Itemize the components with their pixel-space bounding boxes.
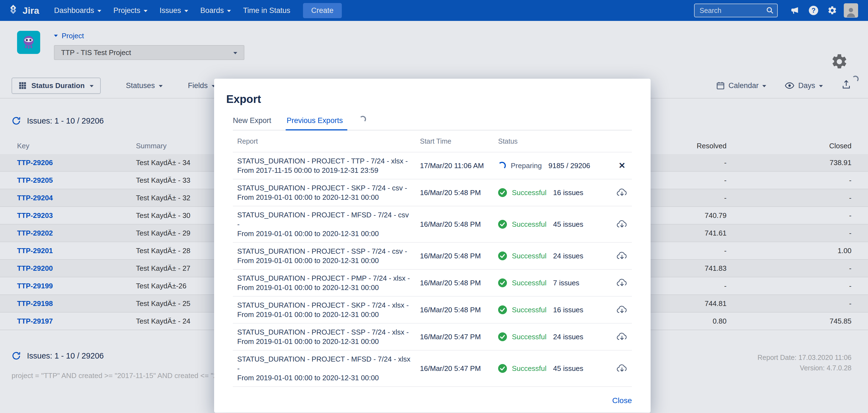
success-check-icon [498, 306, 507, 314]
export-start-time: 16/Mar/20 5:48 PM [420, 279, 498, 287]
app-window: Jira Dashboards Projects Issues Boards T… [0, 0, 868, 413]
export-action: ✕ [612, 220, 632, 229]
export-report-line2: From 2017-11-15 00:00 to 2019-12-31 23:5… [237, 166, 412, 175]
export-row: STATUS_DURATION - PROJECT - PMP - 7/24 -… [233, 269, 632, 296]
export-status-detail: 16 issues [553, 306, 583, 314]
download-cloud-icon[interactable] [616, 305, 627, 315]
export-start-time: 16/Mar/20 5:47 PM [420, 364, 498, 373]
export-action: ✕ [612, 364, 632, 373]
export-row: STATUS_DURATION - PROJECT - SKP - 7/24 -… [233, 180, 632, 206]
loading-spinner [360, 116, 366, 122]
export-report-line2: From 2019-01-01 00:00 to 2020-12-31 00:0… [237, 193, 412, 202]
export-status-detail: 7 issues [553, 279, 579, 287]
export-start-time: 17/Mar/20 11:06 AM [420, 161, 498, 170]
export-report-line1: STATUS_DURATION - PROJECT - SSP - 7/24 -… [237, 247, 412, 256]
export-status-text: Successful [512, 306, 547, 314]
export-report-line1: STATUS_DURATION - PROJECT - PMP - 7/24 -… [237, 274, 412, 283]
export-status-cell: Successful 7 issues [498, 279, 612, 287]
export-report-name: STATUS_DURATION - PROJECT - SKP - 7/24 -… [233, 180, 420, 206]
export-report-name: STATUS_DURATION - PROJECT - SKP - 7/24 -… [233, 296, 420, 323]
export-status-text: Successful [512, 189, 547, 197]
export-status-text: Preparing [511, 161, 542, 170]
preparing-spinner [498, 162, 506, 169]
download-cloud-icon[interactable] [616, 278, 627, 288]
export-status-cell: Successful 16 issues [498, 306, 612, 314]
export-row: STATUS_DURATION - PROJECT - SKP - 7/24 -… [233, 296, 632, 324]
exports-table-body: STATUS_DURATION - PROJECT - TTP - 7/24 -… [233, 153, 632, 387]
export-report-line1: STATUS_DURATION - PROJECT - MFSD - 7/24 … [237, 210, 412, 229]
export-action: ✕ [612, 305, 632, 315]
close-dialog-link[interactable]: Close [612, 396, 632, 405]
export-status-text: Successful [512, 364, 547, 373]
tab-previous-exports[interactable]: Previous Exports [287, 117, 343, 125]
export-report-line1: STATUS_DURATION - PROJECT - SKP - 7/24 -… [237, 183, 412, 193]
export-action: ✕ [612, 188, 632, 197]
export-row: STATUS_DURATION - PROJECT - MFSD - 7/24 … [233, 206, 632, 243]
export-action: ✕ [612, 161, 632, 170]
export-report-name: STATUS_DURATION - PROJECT - TTP - 7/24 -… [233, 153, 420, 179]
export-status-cell: Successful 45 issues [498, 220, 612, 229]
export-status-detail: 16 issues [553, 189, 583, 197]
column-report: Report [233, 137, 420, 145]
dialog-title: Export [226, 93, 651, 105]
export-action: ✕ [612, 251, 632, 260]
column-status: Status [498, 137, 612, 145]
export-start-time: 16/Mar/20 5:48 PM [420, 252, 498, 260]
column-start-time: Start Time [420, 137, 498, 145]
export-tabs: New Export Previous Exports [233, 117, 632, 130]
download-cloud-icon[interactable] [616, 188, 627, 197]
success-check-icon [498, 279, 507, 287]
export-status-cell: Preparing 9185 / 29206 [498, 161, 612, 170]
export-status-cell: Successful 16 issues [498, 188, 612, 197]
export-status-detail: 9185 / 29206 [549, 161, 590, 170]
export-status-text: Successful [512, 252, 547, 260]
export-status-detail: 24 issues [553, 332, 583, 341]
export-start-time: 16/Mar/20 5:48 PM [420, 189, 498, 197]
export-report-name: STATUS_DURATION - PROJECT - SSP - 7/24 -… [233, 324, 420, 350]
export-report-line1: STATUS_DURATION - PROJECT - SKP - 7/24 -… [237, 300, 412, 310]
export-row: STATUS_DURATION - PROJECT - SSP - 7/24 -… [233, 243, 632, 269]
export-report-line2: From 2019-01-01 00:00 to 2020-12-31 00:0… [237, 256, 412, 265]
export-report-name: STATUS_DURATION - PROJECT - MFSD - 7/24 … [233, 351, 420, 386]
export-action: ✕ [612, 332, 632, 342]
export-report-line2: From 2019-01-01 00:00 to 2020-12-31 00:0… [237, 337, 412, 346]
download-cloud-icon[interactable] [616, 332, 627, 342]
tab-new-export[interactable]: New Export [233, 117, 271, 125]
export-report-line2: From 2019-01-01 00:00 to 2020-12-31 00:0… [237, 283, 412, 292]
export-status-text: Successful [512, 220, 547, 229]
export-status-detail: 24 issues [553, 252, 583, 260]
export-status-detail: 45 issues [553, 220, 583, 229]
export-status-text: Successful [512, 332, 547, 341]
download-cloud-icon[interactable] [616, 364, 627, 373]
export-status-text: Successful [512, 279, 547, 287]
export-start-time: 16/Mar/20 5:48 PM [420, 220, 498, 229]
export-report-name: STATUS_DURATION - PROJECT - SSP - 7/24 -… [233, 243, 420, 269]
export-row: STATUS_DURATION - PROJECT - MFSD - 7/24 … [233, 351, 632, 387]
success-check-icon [498, 220, 507, 229]
download-cloud-icon[interactable] [616, 251, 627, 260]
success-check-icon [498, 332, 507, 341]
export-status-cell: Successful 24 issues [498, 332, 612, 341]
export-report-line1: STATUS_DURATION - PROJECT - SSP - 7/24 -… [237, 327, 412, 337]
cancel-export-icon[interactable]: ✕ [618, 161, 625, 170]
export-start-time: 16/Mar/20 5:48 PM [420, 306, 498, 314]
export-report-name: STATUS_DURATION - PROJECT - PMP - 7/24 -… [233, 269, 420, 296]
export-status-cell: Successful 24 issues [498, 252, 612, 260]
export-dialog: Export New Export Previous Exports Repor… [214, 79, 651, 413]
exports-table-header: Report Start Time Status [233, 130, 632, 153]
success-check-icon [498, 364, 507, 373]
download-cloud-icon[interactable] [616, 220, 627, 229]
export-report-line1: STATUS_DURATION - PROJECT - TTP - 7/24 -… [237, 156, 412, 166]
export-status-cell: Successful 45 issues [498, 364, 612, 373]
export-report-line2: From 2019-01-01 00:00 to 2020-12-31 00:0… [237, 373, 412, 382]
export-status-detail: 45 issues [553, 364, 583, 373]
exports-table: Report Start Time Status STATUS_DURATION… [233, 130, 632, 387]
export-action: ✕ [612, 278, 632, 288]
export-report-line2: From 2019-01-01 00:00 to 2020-12-31 00:0… [237, 229, 412, 238]
success-check-icon [498, 188, 507, 197]
success-check-icon [498, 252, 507, 260]
export-report-name: STATUS_DURATION - PROJECT - MFSD - 7/24 … [233, 206, 420, 242]
export-row: STATUS_DURATION - PROJECT - SSP - 7/24 -… [233, 324, 632, 351]
export-report-line2: From 2019-01-01 00:00 to 2020-12-31 00:0… [237, 310, 412, 319]
export-start-time: 16/Mar/20 5:47 PM [420, 332, 498, 341]
